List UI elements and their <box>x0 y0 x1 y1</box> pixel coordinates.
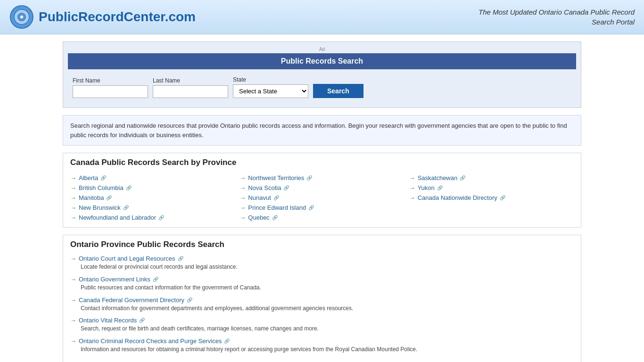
external-link-icon: 🔗 <box>460 175 465 181</box>
arrow-icon: → <box>70 337 76 345</box>
state-select[interactable]: Select a State <box>233 84 308 98</box>
external-link-icon: 🔗 <box>308 205 314 210</box>
province-link[interactable]: → Alberta 🔗 <box>70 173 235 183</box>
ontario-item: → Ontario Government Links 🔗 Public reso… <box>70 276 574 292</box>
province-link[interactable]: → Manitoba 🔗 <box>70 193 235 203</box>
province-col-3: → Saskatchewan 🔗→ Yukon 🔗→ Canada Nation… <box>409 173 574 222</box>
search-button[interactable]: Search <box>313 84 363 98</box>
search-form: First Name Last Name State Select a Stat… <box>68 74 576 103</box>
external-link-icon: 🔗 <box>500 195 505 200</box>
province-link-label: British Columbia <box>79 184 124 191</box>
province-link-label: Quebec <box>248 214 270 221</box>
description-text: Search regional and nationwide resources… <box>70 122 567 139</box>
ontario-link-description: Information and resources for obtaining … <box>81 346 574 354</box>
province-link-label: Prince Edward Island <box>248 204 306 211</box>
arrow-icon: → <box>70 204 76 211</box>
last-name-label: Last Name <box>153 77 228 84</box>
province-link[interactable]: → Northwest Territories 🔗 <box>239 173 404 183</box>
external-link-icon: 🔗 <box>106 195 112 200</box>
province-link[interactable]: → Canada Nationwide Directory 🔗 <box>409 193 574 203</box>
first-name-input[interactable] <box>73 85 148 98</box>
province-grid: → Alberta 🔗→ British Columbia 🔗→ Manitob… <box>70 173 574 222</box>
ontario-link-label: Ontario Vital Records <box>79 317 137 324</box>
province-col-2: → Northwest Territories 🔗→ Nova Scotia 🔗… <box>239 173 404 222</box>
svg-point-3 <box>20 16 23 18</box>
province-section-title: Canada Public Records Search by Province <box>70 158 574 167</box>
province-link[interactable]: → Nunavut 🔗 <box>239 193 404 203</box>
state-field: State Select a State <box>233 76 308 98</box>
province-link-label: Yukon <box>418 184 435 191</box>
tagline: The Most Updated Ontario Canada Public R… <box>479 7 635 27</box>
province-link[interactable]: → Prince Edward Island 🔗 <box>239 203 404 213</box>
province-link-label: Nunavut <box>248 194 271 201</box>
ontario-items-list: → Ontario Court and Legal Resources 🔗 Lo… <box>70 255 574 354</box>
province-link[interactable]: → Newfoundland and Labrador 🔗 <box>70 213 235 222</box>
last-name-input[interactable] <box>153 85 228 98</box>
arrow-icon: → <box>239 214 246 221</box>
arrow-icon: → <box>239 194 246 201</box>
province-link[interactable]: → New Brunswick 🔗 <box>70 203 235 213</box>
site-title: PublicRecordCenter.com <box>39 9 196 25</box>
ontario-link-label: Ontario Government Links <box>79 276 150 283</box>
ontario-item: → Ontario Court and Legal Resources 🔗 Lo… <box>70 255 574 271</box>
arrow-icon: → <box>70 184 76 191</box>
arrow-icon: → <box>409 194 415 201</box>
external-link-icon: 🔗 <box>100 175 106 181</box>
ontario-link[interactable]: → Ontario Court and Legal Resources 🔗 <box>70 255 574 262</box>
ontario-link[interactable]: → Ontario Vital Records 🔗 <box>70 317 574 324</box>
province-link-label: Nova Scotia <box>248 184 281 191</box>
external-link-icon: 🔗 <box>437 185 443 190</box>
ontario-link-description: Search, request or file birth and death … <box>81 325 574 333</box>
arrow-icon: → <box>239 184 246 191</box>
ontario-section-title: Ontario Province Public Records Search <box>70 240 574 249</box>
arrow-icon: → <box>70 317 76 324</box>
arrow-icon: → <box>70 174 76 181</box>
logo-area: PublicRecordCenter.com <box>9 5 196 29</box>
external-link-icon: 🔗 <box>273 195 279 200</box>
province-link-label: Canada Nationwide Directory <box>418 194 497 201</box>
arrow-icon: → <box>409 174 415 181</box>
external-link-icon: 🔗 <box>126 185 132 190</box>
province-link[interactable]: → British Columbia 🔗 <box>70 183 235 193</box>
first-name-field: First Name <box>73 77 148 98</box>
first-name-label: First Name <box>73 77 148 84</box>
external-link-icon: 🔗 <box>178 256 183 261</box>
external-link-icon: 🔗 <box>224 338 230 344</box>
province-link[interactable]: → Yukon 🔗 <box>409 183 574 193</box>
ontario-link[interactable]: → Ontario Government Links 🔗 <box>70 276 574 283</box>
external-link-icon: 🔗 <box>283 185 289 190</box>
arrow-icon: → <box>239 204 246 211</box>
ontario-link[interactable]: → Ontario Criminal Record Checks and Pur… <box>70 337 574 345</box>
province-link[interactable]: → Nova Scotia 🔗 <box>239 183 404 193</box>
external-link-icon: 🔗 <box>158 215 164 220</box>
external-link-icon: 🔗 <box>187 297 192 303</box>
province-section: Canada Public Records Search by Province… <box>63 153 581 228</box>
province-link[interactable]: → Saskatchewan 🔗 <box>409 173 574 183</box>
arrow-icon: → <box>239 174 246 181</box>
ontario-link-label: Canada Federal Government Directory <box>79 296 184 304</box>
arrow-icon: → <box>409 184 415 191</box>
province-link-label: New Brunswick <box>79 204 121 211</box>
province-link-label: Northwest Territories <box>248 174 304 181</box>
ontario-item: → Ontario Vital Records 🔗 Search, reques… <box>70 317 574 333</box>
arrow-icon: → <box>70 255 76 262</box>
ontario-section: Ontario Province Public Records Search →… <box>63 235 581 362</box>
external-link-icon: 🔗 <box>272 215 278 220</box>
state-label: State <box>233 76 308 83</box>
province-link-label: Manitoba <box>79 194 104 201</box>
arrow-icon: → <box>70 194 76 201</box>
ontario-link-label: Ontario Criminal Record Checks and Purge… <box>79 337 222 345</box>
ontario-link-description: Public resources and contact information… <box>81 284 574 292</box>
ontario-link-description: Locate federal or provincial court recor… <box>81 263 574 271</box>
tagline-line2: Search Portal <box>592 18 635 26</box>
province-link[interactable]: → Quebec 🔗 <box>239 213 404 222</box>
ontario-link-description: Contact information for government depar… <box>81 304 574 313</box>
province-col-1: → Alberta 🔗→ British Columbia 🔗→ Manitob… <box>70 173 235 222</box>
province-link-label: Newfoundland and Labrador <box>79 214 156 221</box>
external-link-icon: 🔗 <box>153 277 158 282</box>
ontario-link[interactable]: → Canada Federal Government Directory 🔗 <box>70 296 574 304</box>
external-link-icon: 🔗 <box>306 175 312 181</box>
ad-container: Ad Public Records Search First Name Last… <box>63 41 581 108</box>
logo-icon <box>9 5 34 29</box>
ontario-item: → Canada Federal Government Directory 🔗 … <box>70 296 574 313</box>
